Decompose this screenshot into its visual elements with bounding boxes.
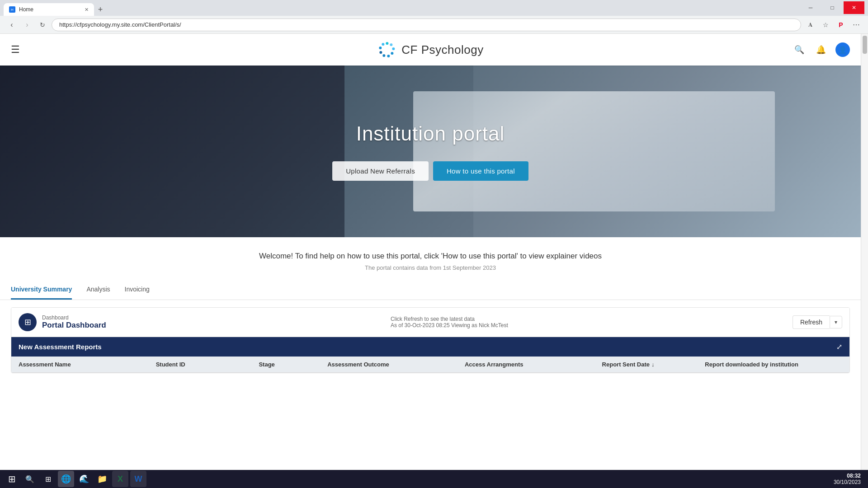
taskbar-time: 08:32 (834, 473, 861, 479)
svg-point-8 (382, 43, 384, 46)
maximize-button[interactable]: □ (822, 1, 843, 14)
tab-close-icon[interactable]: ✕ (85, 7, 89, 13)
taskbar-excel-button[interactable]: X (112, 471, 128, 487)
logo: CF Psychology (377, 40, 483, 60)
page-scrollbar[interactable] (861, 34, 868, 470)
user-avatar[interactable]: 👤 (835, 42, 850, 57)
col-report-sent-date[interactable]: Report Sent Date ↓ (602, 361, 705, 368)
welcome-subtitle: The portal contains data from 1st Septem… (11, 264, 850, 271)
notification-bell-icon[interactable]: 🔔 (814, 42, 828, 57)
hero-content: Institution portal Upload New Referrals … (332, 122, 528, 181)
dashboard-meta-line1: Click Refresh to see the latest data (391, 316, 508, 322)
address-bar[interactable]: https://cfpsychology.my.site.com/ClientP… (52, 19, 801, 31)
svg-point-0 (386, 42, 388, 45)
assessment-expand-icon[interactable]: ⤢ (836, 343, 842, 351)
back-button[interactable]: ‹ (5, 19, 18, 31)
tab-favicon: H (9, 6, 15, 13)
taskbar-apps-button[interactable]: ⊞ (40, 471, 56, 487)
dashboard-section: ⊞ Dashboard Portal Dashboard Click Refre… (11, 307, 850, 373)
close-window-button[interactable]: ✕ (844, 1, 864, 14)
svg-point-6 (379, 51, 382, 54)
site-header: ☰ CF Psychology 🔍 🔔 👤 (0, 34, 861, 66)
taskbar-chrome-button[interactable]: 🌐 (58, 471, 74, 487)
hero-title: Institution portal (332, 122, 528, 145)
taskbar-word-button[interactable]: W (130, 471, 146, 487)
refresh-button[interactable]: Refresh (793, 315, 830, 329)
browser-tab[interactable]: H Home ✕ (4, 3, 94, 16)
reader-mode-button[interactable]: 𝐀 (804, 19, 816, 31)
taskbar-search-button[interactable]: 🔍 (22, 471, 38, 487)
taskbar-clock[interactable]: 08:32 30/10/2023 (834, 473, 864, 485)
dashboard-icon: ⊞ (19, 313, 37, 331)
svg-point-2 (392, 47, 395, 50)
welcome-title: Welcome! To find help on how to use this… (11, 252, 850, 261)
col-report-downloaded: Report downloaded by institution (705, 361, 842, 368)
tab-analysis[interactable]: Analysis (86, 280, 110, 300)
col-assessment-outcome: Assessment Outcome (327, 361, 465, 368)
page-content: ☰ CF Psychology 🔍 🔔 👤 (0, 34, 861, 470)
welcome-section: Welcome! To find help on how to use this… (0, 237, 861, 277)
tab-label: Home (19, 6, 33, 13)
upload-referrals-button[interactable]: Upload New Referrals (332, 161, 429, 181)
header-actions: 🔍 🔔 👤 (792, 42, 850, 57)
assessment-reports-title: New Assessment Reports (19, 343, 102, 351)
more-button[interactable]: ⋯ (850, 19, 863, 31)
svg-point-7 (379, 47, 382, 49)
logo-icon (377, 40, 397, 60)
how-to-portal-button[interactable]: How to use this portal (433, 161, 528, 181)
browser-refresh-button[interactable]: ↻ (36, 19, 49, 31)
taskbar-date: 30/10/2023 (834, 479, 861, 485)
svg-point-4 (387, 55, 390, 57)
dashboard-meta-line2: As of 30-Oct-2023 08:25 Viewing as Nick … (391, 322, 508, 328)
col-access-arrangements: Access Arrangments (465, 361, 602, 368)
forward-button[interactable]: › (21, 19, 33, 31)
refresh-dropdown-button[interactable]: ▾ (830, 316, 842, 328)
hamburger-menu[interactable]: ☰ (11, 44, 20, 56)
search-icon[interactable]: 🔍 (792, 42, 807, 57)
tab-university-summary[interactable]: University Summary (11, 280, 72, 300)
col-assessment-name: Assessment Name (19, 361, 156, 368)
address-text: https://cfpsychology.my.site.com/ClientP… (59, 21, 181, 28)
taskbar: ⊞ 🔍 ⊞ 🌐 🌊 📁 X W 08:32 30/10/2023 (0, 470, 868, 488)
start-button[interactable]: ⊞ (4, 471, 20, 487)
svg-point-5 (382, 54, 385, 57)
dashboard-inner[interactable]: New Assessment Reports ⤢ Assessment Name… (11, 337, 849, 373)
svg-point-3 (391, 52, 393, 55)
dashboard-title: Portal Dashboard (42, 321, 106, 330)
dashboard-label: Dashboard (42, 314, 106, 321)
taskbar-explorer-button[interactable]: 📁 (94, 471, 110, 487)
star-button[interactable]: ☆ (819, 19, 832, 31)
col-student-id: Student ID (156, 361, 259, 368)
hero-banner: Institution portal Upload New Referrals … (0, 66, 861, 237)
col-stage: Stage (259, 361, 327, 368)
assessment-reports-header: New Assessment Reports ⤢ (11, 337, 849, 357)
taskbar-edge-button[interactable]: 🌊 (76, 471, 92, 487)
dashboard-header: ⊞ Dashboard Portal Dashboard Click Refre… (11, 308, 849, 337)
logo-text: CF Psychology (401, 43, 483, 57)
tabs-bar: University Summary Analysis Invoicing (0, 280, 861, 300)
pinterest-icon[interactable]: P (835, 19, 847, 31)
minimize-button[interactable]: ─ (800, 1, 821, 14)
table-header: Assessment Name Student ID Stage Assessm… (11, 357, 849, 373)
hero-buttons: Upload New Referrals How to use this por… (332, 161, 528, 181)
svg-point-1 (390, 43, 392, 46)
new-tab-button[interactable]: + (94, 3, 107, 16)
tab-invoicing[interactable]: Invoicing (125, 280, 150, 300)
